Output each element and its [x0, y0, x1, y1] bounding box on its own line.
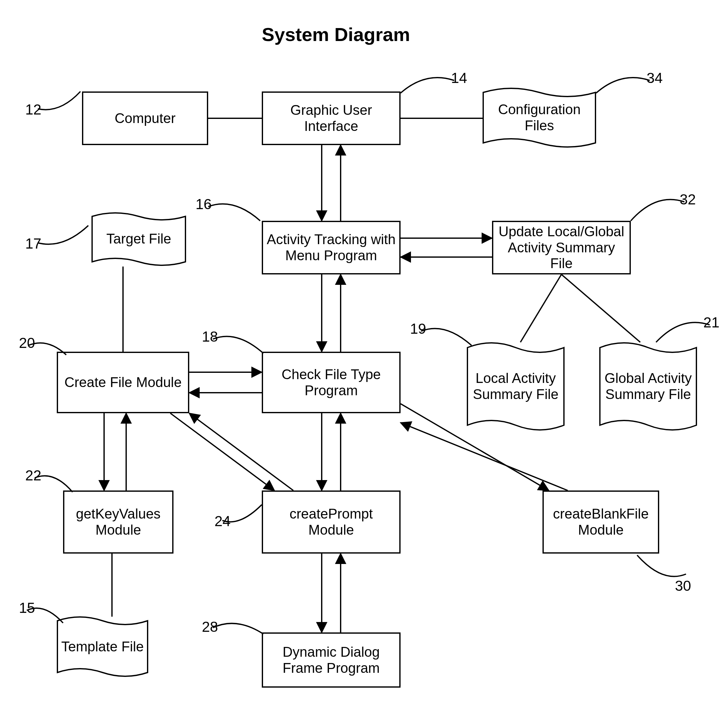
ref-16: 16 [196, 196, 265, 230]
ref-15: 15 [19, 599, 72, 631]
svg-line-18 [170, 413, 274, 491]
box-createprompt: createPrompt Module [262, 491, 401, 554]
box-dyn-dialog: Dynamic Dialog Frame Program [262, 632, 401, 688]
ref-24: 24 [214, 502, 268, 533]
ref-18: 18 [202, 326, 268, 361]
ref-28: 28 [202, 617, 268, 652]
svg-line-19 [189, 413, 293, 491]
svg-line-6 [520, 274, 562, 342]
ref-30: 30 [628, 552, 691, 593]
box-check-file: Check File Type Program [262, 352, 401, 413]
ref-32: 32 [624, 189, 694, 224]
svg-line-7 [562, 274, 640, 342]
ref-14: 14 [394, 68, 467, 99]
doc-local-summary-label: Local Activity Summary File [470, 370, 562, 402]
box-update-summary: Update Local/Global Activity Summary Fil… [492, 221, 631, 274]
ref-21: 21 [650, 312, 716, 347]
box-activity-tracking: Activity Tracking with Menu Program [262, 221, 401, 274]
doc-global-summary-label: Global Activity Summary File [602, 370, 694, 402]
doc-target-file: Target File [92, 211, 186, 266]
doc-local-summary: Local Activity Summary File [467, 341, 565, 432]
ref-19: 19 [410, 318, 476, 353]
box-getkeyvalues: getKeyValues Module [63, 491, 173, 554]
doc-template-file-label: Template File [61, 639, 144, 655]
box-computer: Computer [82, 92, 208, 145]
doc-config-files-label: Configuration Files [486, 102, 593, 133]
ref-22: 22 [25, 467, 79, 499]
ref-17: 17 [25, 221, 95, 255]
svg-line-21 [401, 423, 568, 491]
ref-12: 12 [25, 88, 88, 123]
doc-config-files: Configuration Files [482, 87, 596, 148]
ref-34: 34 [590, 68, 662, 99]
box-createblankfile: createBlankFile Module [542, 491, 659, 554]
doc-global-summary: Global Activity Summary File [599, 341, 697, 432]
ref-20: 20 [19, 334, 72, 363]
box-create-file: Create File Module [57, 352, 189, 413]
doc-target-file-label: Target File [106, 231, 171, 247]
diagram-title: System Diagram [262, 24, 410, 46]
box-gui: Graphic User Interface [262, 92, 401, 145]
